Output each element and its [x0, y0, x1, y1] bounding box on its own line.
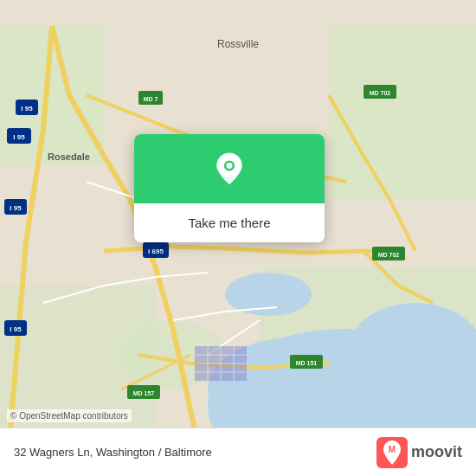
- svg-text:MD 151: MD 151: [296, 360, 318, 366]
- svg-text:I 95: I 95: [10, 325, 22, 333]
- popup-card: Take me there: [134, 134, 325, 242]
- svg-text:Rossville: Rossville: [217, 38, 259, 50]
- svg-text:MD 702: MD 702: [378, 252, 400, 258]
- map-container: I 95 I 95 I 95 I 695 I 95 MD 7 MD 702 MD…: [0, 0, 476, 476]
- svg-point-41: [227, 163, 233, 169]
- take-me-there-button[interactable]: Take me there: [134, 203, 325, 242]
- address-label: 32 Wagners Ln, Washington / Baltimore: [14, 446, 212, 459]
- svg-text:I 95: I 95: [21, 105, 33, 113]
- svg-text:MD 157: MD 157: [133, 390, 155, 396]
- location-pin-icon: [212, 151, 247, 186]
- svg-text:Rosedale: Rosedale: [48, 151, 90, 162]
- popup-header: [134, 134, 325, 203]
- moovit-logo: M moovit: [376, 437, 462, 468]
- svg-rect-2: [329, 26, 476, 199]
- moovit-brand-text: moovit: [411, 443, 462, 461]
- svg-text:MD 702: MD 702: [370, 90, 391, 96]
- svg-text:I 95: I 95: [10, 204, 22, 212]
- svg-text:M: M: [389, 445, 396, 454]
- bottom-bar: 32 Wagners Ln, Washington / Baltimore M …: [0, 428, 476, 476]
- moovit-logo-icon: M: [376, 437, 408, 468]
- svg-text:MD 7: MD 7: [144, 96, 158, 102]
- copyright-text: © OpenStreetMap contributors: [7, 409, 132, 422]
- svg-text:I 95: I 95: [13, 133, 25, 141]
- svg-point-9: [225, 273, 312, 316]
- svg-text:I 695: I 695: [148, 248, 164, 255]
